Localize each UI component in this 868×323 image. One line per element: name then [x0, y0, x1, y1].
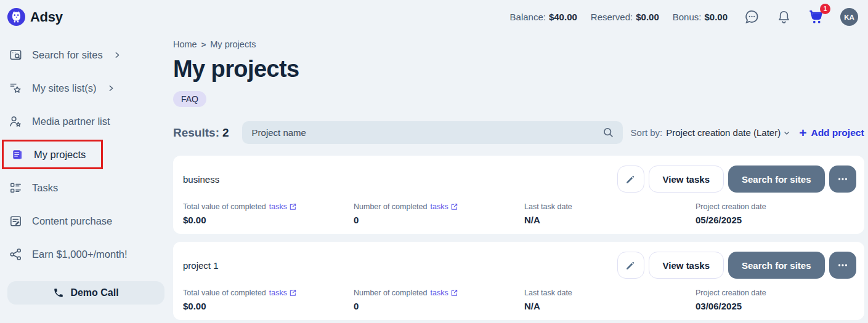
- plus-icon: +: [799, 128, 806, 138]
- notifications-button[interactable]: [776, 9, 792, 25]
- tasks-link[interactable]: tasks: [431, 202, 458, 211]
- more-options-button[interactable]: [829, 165, 856, 193]
- tasks-link[interactable]: tasks: [431, 289, 458, 297]
- project-card: project 1 View tasks Search for sites: [173, 242, 864, 320]
- balance: Balance: $40.00: [510, 12, 577, 22]
- add-project-button[interactable]: + Add project: [799, 127, 864, 138]
- card-actions: View tasks Search for sites: [617, 252, 856, 279]
- results-count: Results:2: [173, 126, 229, 140]
- pencil-icon: [625, 260, 636, 271]
- chat-button[interactable]: [744, 9, 760, 25]
- toolbar: Results:2 Sort by: Project creation date…: [173, 121, 864, 144]
- ellipsis-icon: [837, 173, 849, 185]
- edit-project-button[interactable]: [617, 165, 644, 193]
- edit-project-button[interactable]: [617, 252, 644, 279]
- bonus: Bonus: $0.00: [673, 12, 728, 22]
- breadcrumb-separator: >: [201, 40, 206, 49]
- stat-creation-date: Project creation date 05/26/2025: [696, 202, 854, 225]
- more-options-button[interactable]: [829, 252, 856, 279]
- tasks-link[interactable]: tasks: [269, 289, 296, 297]
- project-card: business View tasks Search for sites: [173, 156, 864, 234]
- list-star-icon: [9, 81, 23, 95]
- bell-icon: [776, 9, 792, 25]
- document-edit-icon: [9, 214, 23, 228]
- sidebar-item-label: Earn $1,000+/month!: [32, 249, 128, 260]
- search-for-sites-button[interactable]: Search for sites: [728, 165, 825, 193]
- pencil-icon: [625, 173, 636, 185]
- chat-bubble-icon: [744, 9, 760, 25]
- sort-by: Sort by: Project creation date (Later): [631, 127, 791, 138]
- external-link-icon: [289, 289, 296, 297]
- breadcrumb: Home > My projects: [173, 39, 864, 49]
- sidebar-item-my-projects[interactable]: My projects: [2, 140, 103, 169]
- cart-button[interactable]: 1: [808, 9, 824, 25]
- balance-summary: Balance: $40.00 Reserved: $0.00 Bonus: $…: [510, 12, 728, 22]
- external-link-icon: [450, 203, 458, 210]
- project-name-search-input[interactable]: [242, 121, 623, 144]
- person-star-icon: [9, 114, 23, 129]
- phone-icon: [53, 287, 64, 298]
- project-search: [242, 121, 623, 144]
- brand[interactable]: Adsy: [7, 8, 63, 26]
- sidebar-item-earn[interactable]: Earn $1,000+/month!: [0, 237, 172, 271]
- checklist-icon: [9, 181, 23, 195]
- search-icon[interactable]: [602, 126, 615, 139]
- sort-by-dropdown[interactable]: Project creation date (Later): [666, 127, 790, 138]
- external-link-icon: [289, 203, 296, 210]
- ellipsis-icon: [837, 259, 849, 271]
- stat-last-task-date: Last task date N/A: [524, 289, 696, 311]
- sidebar-item-search-for-sites[interactable]: Search for sites: [0, 38, 172, 71]
- sidebar-item-label: My projects: [34, 149, 86, 161]
- sidebar-item-content-purchase[interactable]: Content purchase: [0, 204, 172, 237]
- share-network-icon: [9, 247, 23, 261]
- project-stats: Total value of completed tasks $0.00: [183, 202, 854, 225]
- breadcrumb-home-link[interactable]: Home: [173, 39, 197, 49]
- breadcrumb-current: My projects: [210, 39, 256, 49]
- stat-completed-count: Number of completed tasks 0: [354, 289, 524, 311]
- sidebar-item-label: Media partner list: [32, 116, 110, 127]
- stat-last-task-date: Last task date N/A: [524, 202, 696, 225]
- faq-badge[interactable]: FAQ: [173, 91, 206, 107]
- stat-total-value: Total value of completed tasks $0.00: [183, 202, 354, 225]
- sidebar-item-label: Content purchase: [32, 215, 112, 227]
- top-header: Adsy Balance: $40.00 Reserved: $0.00 Bon…: [0, 0, 868, 34]
- main-content: Home > My projects My projects FAQ Resul…: [172, 34, 868, 323]
- brand-name: Adsy: [30, 9, 63, 25]
- page-title: My projects: [173, 56, 864, 82]
- adsy-logo-icon: [7, 8, 25, 26]
- sidebar-item-media-partner-list[interactable]: Media partner list: [0, 105, 172, 138]
- sidebar-item-label: My sites list(s): [32, 82, 97, 94]
- cart-badge: 1: [820, 4, 830, 14]
- avatar[interactable]: KA: [840, 8, 858, 26]
- demo-call-button[interactable]: Demo Call: [7, 281, 164, 305]
- view-tasks-button[interactable]: View tasks: [649, 252, 724, 279]
- card-actions: View tasks Search for sites: [617, 165, 856, 193]
- sidebar-item-my-sites-lists[interactable]: My sites list(s): [0, 71, 172, 105]
- sidebar-item-tasks[interactable]: Tasks: [0, 171, 172, 204]
- sidebar-item-label: Tasks: [32, 182, 58, 194]
- stat-creation-date: Project creation date 03/06/2025: [696, 289, 854, 311]
- chevron-down-icon: [783, 129, 790, 137]
- tasks-link[interactable]: tasks: [269, 202, 296, 211]
- stat-total-value: Total value of completed tasks $0.00: [183, 289, 354, 311]
- sidebar-item-label: Search for sites: [32, 49, 103, 61]
- sidebar: Search for sites My sites list(s): [0, 34, 172, 323]
- documents-icon: [10, 148, 25, 162]
- chevron-right-icon: [113, 51, 121, 59]
- browser-search-icon: [9, 48, 23, 62]
- chevron-right-icon: [107, 84, 115, 92]
- search-for-sites-button[interactable]: Search for sites: [728, 252, 825, 279]
- stat-completed-count: Number of completed tasks 0: [354, 202, 524, 225]
- project-stats: Total value of completed tasks $0.00: [183, 289, 854, 311]
- view-tasks-button[interactable]: View tasks: [649, 165, 724, 193]
- external-link-icon: [450, 289, 458, 297]
- reserved: Reserved: $0.00: [591, 12, 659, 22]
